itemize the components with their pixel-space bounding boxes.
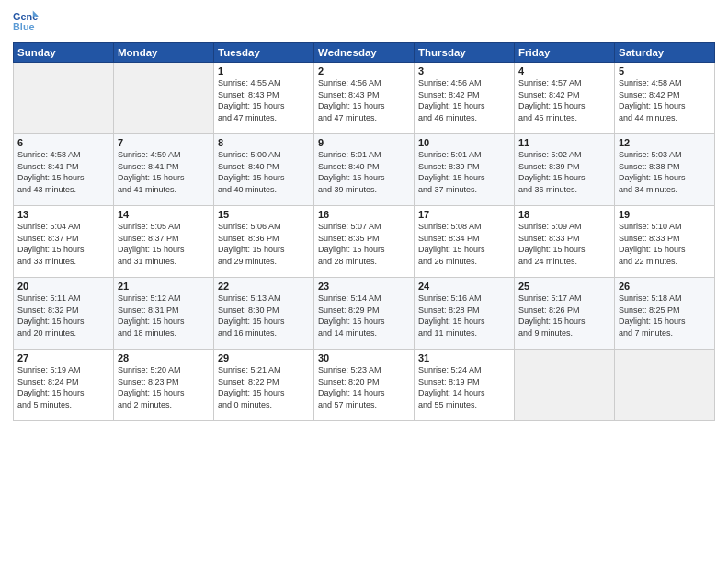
day-number: 28 [118,352,210,363]
day-cell: 24Sunrise: 5:16 AM Sunset: 8:28 PM Dayli… [415,278,515,350]
day-info: Sunrise: 5:10 AM Sunset: 8:33 PM Dayligh… [619,221,711,267]
col-header-wednesday: Wednesday [314,43,415,63]
calendar-table: SundayMondayTuesdayWednesdayThursdayFrid… [13,42,715,421]
col-header-friday: Friday [515,43,615,63]
day-cell: 4Sunrise: 4:57 AM Sunset: 8:42 PM Daylig… [515,63,615,134]
day-number: 24 [418,281,510,292]
week-row-4: 20Sunrise: 5:11 AM Sunset: 8:32 PM Dayli… [14,278,715,350]
day-cell: 13Sunrise: 5:04 AM Sunset: 8:37 PM Dayli… [14,206,114,278]
day-number: 4 [518,65,610,76]
day-number: 26 [619,281,711,292]
day-cell [14,63,114,134]
day-cell: 20Sunrise: 5:11 AM Sunset: 8:32 PM Dayli… [14,278,114,350]
day-info: Sunrise: 5:13 AM Sunset: 8:30 PM Dayligh… [218,293,310,339]
day-info: Sunrise: 5:04 AM Sunset: 8:37 PM Dayligh… [17,221,109,267]
day-number: 7 [118,137,210,148]
page-header: General Blue [13,9,715,35]
day-number: 1 [218,65,310,76]
day-cell [615,350,715,421]
day-number: 3 [418,65,510,76]
day-number: 5 [619,65,711,76]
day-cell: 15Sunrise: 5:06 AM Sunset: 8:36 PM Dayli… [214,206,314,278]
day-number: 14 [118,209,210,220]
day-cell: 14Sunrise: 5:05 AM Sunset: 8:37 PM Dayli… [114,206,214,278]
day-number: 30 [318,352,410,363]
day-cell: 11Sunrise: 5:02 AM Sunset: 8:39 PM Dayli… [515,134,615,206]
day-info: Sunrise: 5:08 AM Sunset: 8:34 PM Dayligh… [418,221,510,267]
day-cell: 5Sunrise: 4:58 AM Sunset: 8:42 PM Daylig… [615,63,715,134]
day-cell [114,63,214,134]
day-number: 2 [318,65,410,76]
day-info: Sunrise: 5:19 AM Sunset: 8:24 PM Dayligh… [17,364,109,410]
day-info: Sunrise: 4:59 AM Sunset: 8:41 PM Dayligh… [118,149,210,195]
day-info: Sunrise: 5:18 AM Sunset: 8:25 PM Dayligh… [619,293,711,339]
day-cell: 6Sunrise: 4:58 AM Sunset: 8:41 PM Daylig… [14,134,114,206]
day-info: Sunrise: 5:01 AM Sunset: 8:40 PM Dayligh… [318,149,410,195]
day-number: 31 [418,352,510,363]
day-cell [515,350,615,421]
day-info: Sunrise: 5:23 AM Sunset: 8:20 PM Dayligh… [318,364,410,410]
day-cell: 23Sunrise: 5:14 AM Sunset: 8:29 PM Dayli… [314,278,415,350]
day-cell: 7Sunrise: 4:59 AM Sunset: 8:41 PM Daylig… [114,134,214,206]
day-cell: 28Sunrise: 5:20 AM Sunset: 8:23 PM Dayli… [114,350,214,421]
day-cell: 30Sunrise: 5:23 AM Sunset: 8:20 PM Dayli… [314,350,415,421]
day-cell: 22Sunrise: 5:13 AM Sunset: 8:30 PM Dayli… [214,278,314,350]
col-header-monday: Monday [114,43,214,63]
day-number: 18 [518,209,610,220]
day-info: Sunrise: 5:12 AM Sunset: 8:31 PM Dayligh… [118,293,210,339]
week-row-3: 13Sunrise: 5:04 AM Sunset: 8:37 PM Dayli… [14,206,715,278]
day-info: Sunrise: 4:56 AM Sunset: 8:43 PM Dayligh… [318,77,410,123]
day-cell: 31Sunrise: 5:24 AM Sunset: 8:19 PM Dayli… [415,350,515,421]
day-info: Sunrise: 5:00 AM Sunset: 8:40 PM Dayligh… [218,149,310,195]
day-info: Sunrise: 5:06 AM Sunset: 8:36 PM Dayligh… [218,221,310,267]
day-info: Sunrise: 4:57 AM Sunset: 8:42 PM Dayligh… [518,77,610,123]
logo-icon: General Blue [13,9,39,35]
day-number: 8 [218,137,310,148]
week-row-5: 27Sunrise: 5:19 AM Sunset: 8:24 PM Dayli… [14,350,715,421]
day-cell: 26Sunrise: 5:18 AM Sunset: 8:25 PM Dayli… [615,278,715,350]
day-number: 10 [418,137,510,148]
day-cell: 10Sunrise: 5:01 AM Sunset: 8:39 PM Dayli… [415,134,515,206]
day-info: Sunrise: 4:58 AM Sunset: 8:41 PM Dayligh… [17,149,109,195]
day-info: Sunrise: 5:20 AM Sunset: 8:23 PM Dayligh… [118,364,210,410]
day-info: Sunrise: 5:07 AM Sunset: 8:35 PM Dayligh… [318,221,410,267]
day-number: 11 [518,137,610,148]
day-number: 13 [17,209,109,220]
day-cell: 29Sunrise: 5:21 AM Sunset: 8:22 PM Dayli… [214,350,314,421]
day-info: Sunrise: 5:03 AM Sunset: 8:38 PM Dayligh… [619,149,711,195]
day-cell: 8Sunrise: 5:00 AM Sunset: 8:40 PM Daylig… [214,134,314,206]
calendar-header-row: SundayMondayTuesdayWednesdayThursdayFrid… [14,43,715,63]
day-number: 25 [518,281,610,292]
day-cell: 2Sunrise: 4:56 AM Sunset: 8:43 PM Daylig… [314,63,415,134]
week-row-1: 1Sunrise: 4:55 AM Sunset: 8:43 PM Daylig… [14,63,715,134]
day-info: Sunrise: 5:11 AM Sunset: 8:32 PM Dayligh… [17,293,109,339]
day-info: Sunrise: 5:01 AM Sunset: 8:39 PM Dayligh… [418,149,510,195]
day-number: 19 [619,209,711,220]
day-number: 22 [218,281,310,292]
day-info: Sunrise: 5:05 AM Sunset: 8:37 PM Dayligh… [118,221,210,267]
day-info: Sunrise: 5:16 AM Sunset: 8:28 PM Dayligh… [418,293,510,339]
day-number: 17 [418,209,510,220]
day-cell: 1Sunrise: 4:55 AM Sunset: 8:43 PM Daylig… [214,63,314,134]
day-number: 16 [318,209,410,220]
day-cell: 16Sunrise: 5:07 AM Sunset: 8:35 PM Dayli… [314,206,415,278]
day-number: 21 [118,281,210,292]
col-header-sunday: Sunday [14,43,114,63]
day-cell: 25Sunrise: 5:17 AM Sunset: 8:26 PM Dayli… [515,278,615,350]
day-info: Sunrise: 4:55 AM Sunset: 8:43 PM Dayligh… [218,77,310,123]
day-number: 6 [17,137,109,148]
col-header-saturday: Saturday [615,43,715,63]
day-number: 23 [318,281,410,292]
day-info: Sunrise: 5:02 AM Sunset: 8:39 PM Dayligh… [518,149,610,195]
svg-text:Blue: Blue [13,21,35,32]
day-cell: 9Sunrise: 5:01 AM Sunset: 8:40 PM Daylig… [314,134,415,206]
day-number: 27 [17,352,109,363]
day-number: 29 [218,352,310,363]
day-cell: 27Sunrise: 5:19 AM Sunset: 8:24 PM Dayli… [14,350,114,421]
week-row-2: 6Sunrise: 4:58 AM Sunset: 8:41 PM Daylig… [14,134,715,206]
calendar-body: 1Sunrise: 4:55 AM Sunset: 8:43 PM Daylig… [14,63,715,421]
day-cell: 19Sunrise: 5:10 AM Sunset: 8:33 PM Dayli… [615,206,715,278]
day-info: Sunrise: 4:58 AM Sunset: 8:42 PM Dayligh… [619,77,711,123]
day-info: Sunrise: 5:21 AM Sunset: 8:22 PM Dayligh… [218,364,310,410]
day-info: Sunrise: 5:09 AM Sunset: 8:33 PM Dayligh… [518,221,610,267]
